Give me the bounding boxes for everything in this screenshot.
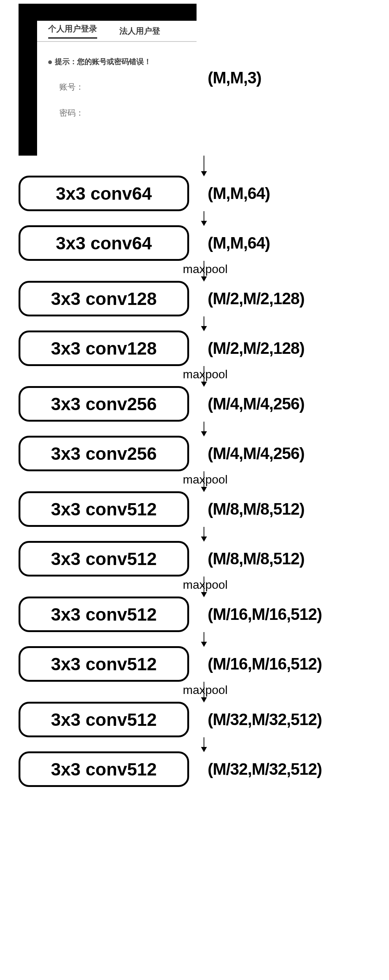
arrow-down [204,632,204,646]
shape-l11: (M/32,M/32,512) [208,760,382,778]
arrow-down [204,317,204,331]
shape-l10: (M/32,M/32,512) [208,710,382,729]
login-line-1: 账号： [59,81,196,92]
conv-block-5: 3x3 conv256 [19,436,189,471]
maxpool-label: maxpool [168,578,242,592]
shape-l0: (M,M,64) [208,184,382,203]
shape-l9: (M/16,M/16,512) [208,655,382,673]
shape-l5: (M/4,M/4,256) [208,444,382,463]
arrow-maxpool: maxpool [204,576,204,597]
conv-block-7: 3x3 conv512 [19,541,189,576]
conv-block-8: 3x3 conv512 [19,597,189,632]
arrow-maxpool: maxpool [204,682,204,702]
conv-block-1: 3x3 conv64 [19,225,189,261]
conv-block-3: 3x3 conv128 [19,331,189,366]
tab-corp: 法人用户登 [120,25,160,37]
maxpool-label: maxpool [168,683,242,697]
input-screenshot: 个人用户登录 法人用户登 提示：您的账号或密码错误！ 账号： 密码： [19,4,196,156]
arrow-down [204,156,204,176]
shape-l2: (M/2,M/2,128) [208,290,382,308]
shape-l7: (M/8,M/8,512) [208,549,382,568]
arrow-down [204,527,204,541]
login-line-2: 密码： [59,107,196,119]
tab-personal: 个人用户登录 [48,23,97,38]
login-warning: 提示：您的账号或密码错误！ [48,57,196,67]
arrow-maxpool: maxpool [204,366,204,386]
shape-input: (M,M,3) [208,68,382,87]
arrow-maxpool: maxpool [204,261,204,281]
login-tabs: 个人用户登录 法人用户登 [37,21,196,42]
conv-block-2: 3x3 conv128 [19,281,189,317]
maxpool-label: maxpool [168,262,242,276]
shape-l1: (M,M,64) [208,234,382,252]
shape-l4: (M/4,M/4,256) [208,395,382,413]
conv-block-10: 3x3 conv512 [19,702,189,737]
conv-block-9: 3x3 conv512 [19,646,189,682]
conv-block-6: 3x3 conv512 [19,491,189,527]
arrow-down [204,211,204,225]
maxpool-label: maxpool [168,473,242,487]
shape-l8: (M/16,M/16,512) [208,605,382,624]
conv-block-11: 3x3 conv512 [19,751,189,787]
cnn-diagram: 个人用户登录 法人用户登 提示：您的账号或密码错误！ 账号： 密码： (M,M,… [0,0,389,787]
maxpool-label: maxpool [168,368,242,381]
arrow-maxpool: maxpool [204,471,204,491]
shape-l6: (M/8,M/8,512) [208,500,382,519]
conv-block-0: 3x3 conv64 [19,176,189,211]
shape-l3: (M/2,M/2,128) [208,339,382,358]
conv-block-4: 3x3 conv256 [19,386,189,422]
arrow-down [204,422,204,436]
arrow-down [204,737,204,751]
